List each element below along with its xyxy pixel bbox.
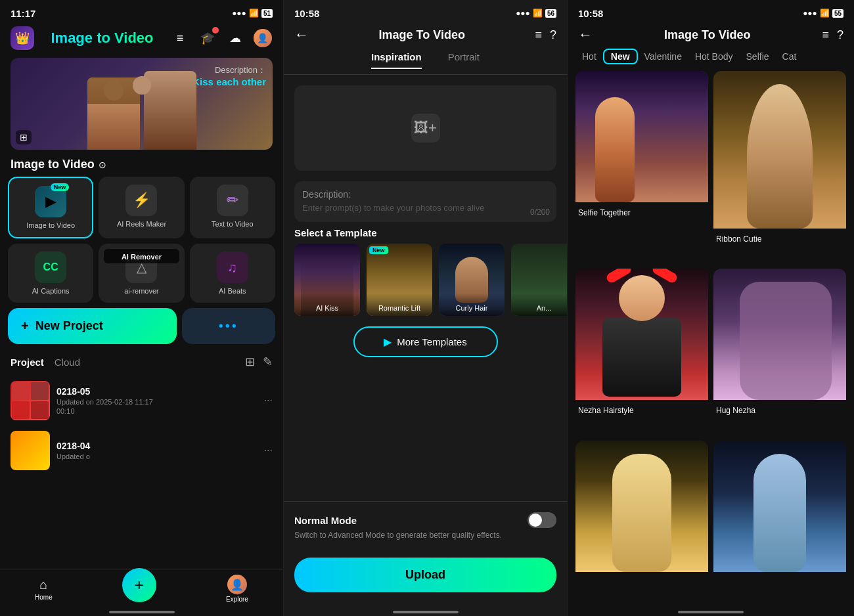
ribbon-right <box>651 269 679 284</box>
itv-title-row: Image to Video ⊙ <box>0 152 283 177</box>
explore-avatar: 👤 <box>227 575 247 594</box>
panel-home: 11:17 ●●● 📶 51 👑 Image to Video ≡ 🎓 ☁ 👤 … <box>0 0 284 616</box>
cat-new[interactable]: New <box>603 49 638 64</box>
nav-home[interactable]: ⌂ Home <box>35 577 53 601</box>
hero-couple <box>11 71 273 150</box>
project-tab-cloud[interactable]: Cloud <box>55 357 80 368</box>
list-icon-2[interactable]: ≡ <box>535 28 542 42</box>
project-tab-active[interactable]: Project <box>11 357 44 368</box>
nezha-head <box>619 275 665 321</box>
tpl-card-inner-1: New <box>575 71 708 202</box>
help-icon-2[interactable]: ? <box>550 28 556 42</box>
template-romantic-lift[interactable]: New Romantic Lift <box>367 244 432 316</box>
tool-image-to-video[interactable]: ▶ New Image to Video <box>8 177 93 238</box>
tpl-info-2: Ribbon Cutie <box>713 229 846 248</box>
tpl-card-inner-5: New <box>575 441 708 572</box>
back-button-2[interactable]: ← <box>294 26 309 43</box>
create-button[interactable]: + <box>122 568 156 602</box>
tpl-card-inner-3: New <box>575 269 708 400</box>
project-item-1[interactable]: 0218-05 Updated on 2025-02-18 11:17 00:1… <box>8 376 275 426</box>
new-project-label: New Project <box>35 319 103 333</box>
more-button[interactable]: ••• <box>182 308 276 344</box>
back-button-3[interactable]: ← <box>578 26 593 43</box>
cat-cat[interactable]: Cat <box>776 49 803 64</box>
tpl-card-inner-2: New <box>713 71 846 229</box>
avatar-icon[interactable]: 👤 <box>253 28 273 48</box>
wifi-icon-2: 📶 <box>533 9 543 18</box>
home-indicator-2 <box>393 611 459 613</box>
menu-icon[interactable]: ≡ <box>170 28 190 48</box>
template-ai-kiss[interactable]: AI Kiss <box>294 244 360 316</box>
template-6[interactable]: New <box>713 441 846 595</box>
upload-plus-icon: 🖼+ <box>411 114 440 143</box>
tool-ai-beats[interactable]: ♫ AI Beats <box>190 244 275 303</box>
explore-label: Explore <box>226 596 248 603</box>
tool-label-captions: AI Captions <box>32 287 70 295</box>
desc-placeholder: Enter prompt(s) to make your photos come… <box>302 202 549 214</box>
play-circle-icon: ⊙ <box>99 160 106 170</box>
template-nezha-hairstyle[interactable]: New Nezha Hairstyle <box>575 269 708 435</box>
cat-hot-body[interactable]: Hot Body <box>688 49 740 64</box>
upload-button[interactable]: Upload <box>294 558 556 592</box>
more-templates-label: More Templates <box>397 336 466 347</box>
project-date-1: Updated on 2025-02-18 11:17 <box>56 398 258 406</box>
signal-icon-3: ●●● <box>803 9 817 18</box>
template-an[interactable]: An... <box>511 244 567 316</box>
cat-selfie[interactable]: Selfie <box>740 49 776 64</box>
notification-badge <box>212 27 219 33</box>
tool-icon-reels: ⚡ <box>125 185 157 216</box>
nav-explore[interactable]: 👤 Explore <box>226 575 248 603</box>
project-info-2: 0218-04 Updated o <box>56 441 258 460</box>
project-more-2[interactable]: ··· <box>264 445 273 456</box>
project-tabs: Project Cloud ⊞ ✎ <box>0 355 283 369</box>
tabs-row: Inspiration Portrait <box>284 51 567 75</box>
grid-view-icon[interactable]: ⊞ <box>245 355 255 369</box>
tab-inspiration[interactable]: Inspiration <box>371 51 422 69</box>
tab-portrait[interactable]: Portrait <box>448 51 480 69</box>
normal-mode-section: Normal Mode Switch to Advanced Mode to g… <box>284 501 567 550</box>
upload-area[interactable]: 🖼+ <box>294 85 556 171</box>
tool-text-to-video[interactable]: ✏ Text to Video <box>190 177 275 238</box>
tool-ai-remover[interactable]: △ AI Remover ai-remover <box>99 244 184 303</box>
template-5[interactable]: New <box>575 441 708 595</box>
description-area[interactable]: Description: Enter prompt(s) to make you… <box>294 181 556 222</box>
cloud-icon[interactable]: ☁ <box>225 28 245 48</box>
tool-ai-captions[interactable]: CC AI Captions <box>8 244 93 303</box>
tool-icon-itv: ▶ New <box>35 186 66 217</box>
help-icon-3[interactable]: ? <box>837 28 843 42</box>
tool-ai-reels[interactable]: ⚡ AI Reels Maker <box>99 177 184 238</box>
template-curly-hair[interactable]: Curly Hair <box>439 244 505 316</box>
p2-header: ← Image To Video ≡ ? <box>284 24 567 51</box>
status-icons-1: ●●● 📶 51 <box>232 9 273 18</box>
template-ribbon-cutie[interactable]: New Ribbon Cutie <box>713 71 846 263</box>
new-project-button[interactable]: + New Project <box>8 308 177 344</box>
project-more-1[interactable]: ··· <box>264 395 273 407</box>
template-hug-nezha[interactable]: New Hug Nezha <box>713 269 846 435</box>
cat-valentine[interactable]: Valentine <box>638 49 688 64</box>
new-badge-itv: New <box>51 183 70 191</box>
edit-icon[interactable]: ✎ <box>263 355 273 369</box>
p2-page-title: Image To Video <box>379 28 465 42</box>
bottom-nav: ⌂ Home + 👤 Explore <box>0 569 283 616</box>
list-icon-3[interactable]: ≡ <box>822 28 829 42</box>
bottom-actions: + New Project ••• <box>0 308 283 344</box>
ribbon-figure <box>747 84 813 229</box>
tool-label-t2v: Text to Video <box>212 220 253 228</box>
p1-header: 👑 Image to Video ≡ 🎓 ☁ 👤 <box>0 24 283 55</box>
normal-mode-toggle[interactable] <box>528 512 556 528</box>
tpl-info-4: Hug Nezha <box>713 400 846 420</box>
p3-page-title: Image To Video <box>664 28 750 42</box>
project-thumb-2 <box>11 431 50 470</box>
signal-icon-2: ●●● <box>516 9 530 18</box>
project-item-2[interactable]: 0218-04 Updated o ··· <box>8 426 275 475</box>
time-1: 11:17 <box>11 8 35 19</box>
graduation-icon[interactable]: 🎓 <box>198 28 217 48</box>
desc-counter: 0/200 <box>530 208 550 217</box>
template-selfie-together[interactable]: New Selfie Together <box>575 71 708 263</box>
more-templates-button[interactable]: ▶ More Templates <box>353 326 498 357</box>
project-tab-group: Project Cloud <box>11 357 80 368</box>
cat-hot[interactable]: Hot <box>575 49 603 64</box>
template-label-romantic: Romantic Lift <box>367 294 432 316</box>
hero-banner[interactable]: Description： Kiss each other ⊞ <box>11 58 273 150</box>
tpl-img-nezha <box>575 269 708 400</box>
